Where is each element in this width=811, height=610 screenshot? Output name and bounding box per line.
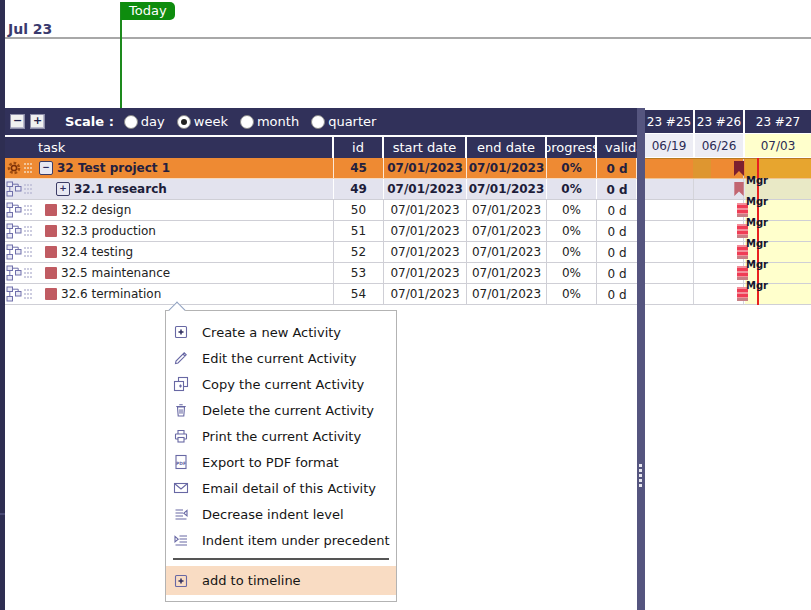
- hierarchy-icon: [6, 202, 22, 218]
- splitter-grip-icon[interactable]: [639, 464, 642, 487]
- week-header: 23 #27: [745, 110, 811, 133]
- table-row[interactable]: 32.6 termination 54 07/01/2023 07/01/202…: [5, 284, 637, 305]
- menu-item-add-to-timeline[interactable]: add to timeline: [166, 566, 396, 595]
- menu-item-copy-activity[interactable]: Copy the current Activity: [166, 371, 396, 397]
- table-row[interactable]: 32.4 testing 52 07/01/2023 07/01/2023 0%…: [5, 242, 637, 263]
- id-cell: 45: [334, 158, 384, 178]
- hierarchy-icon: [6, 265, 22, 281]
- menu-item-create-activity[interactable]: Create a new Activity: [166, 319, 396, 345]
- timeline-panel: 23 #25 23 #26 23 #27 06/19 06/26 07/03: [645, 108, 811, 358]
- activity-color-icon: [45, 246, 57, 258]
- end-date-cell: 07/01/2023: [467, 221, 547, 241]
- radio-icon[interactable]: [240, 115, 254, 129]
- activity-color-icon: [45, 288, 57, 300]
- validated-cell: 0 d: [597, 221, 637, 241]
- hierarchy-icon: [6, 181, 22, 197]
- end-date-cell: 07/01/2023: [467, 200, 547, 220]
- activity-color-icon: [45, 204, 57, 216]
- menu-item-export-pdf[interactable]: PDF Export to PDF format: [166, 449, 396, 475]
- radio-icon[interactable]: [311, 115, 325, 129]
- timeline-row: [645, 200, 811, 221]
- add-icon: [173, 324, 189, 340]
- column-header-end-date: end date: [467, 137, 547, 158]
- table-header: task id start date end date progress val…: [5, 137, 637, 159]
- timeline-row: [645, 263, 811, 284]
- collapse-row-button[interactable]: −: [39, 161, 53, 175]
- left-edge-divider: [0, 513, 5, 515]
- menu-separator: [173, 558, 389, 560]
- table-row[interactable]: − 32 Test project 1 45 07/01/2023 07/01/…: [5, 158, 637, 179]
- menu-item-delete-activity[interactable]: Delete the current Activity: [166, 397, 396, 423]
- menu-item-email-activity[interactable]: Email detail of this Activity: [166, 475, 396, 501]
- start-date-cell: 07/01/2023: [384, 221, 467, 241]
- validated-cell: 0 d: [597, 179, 637, 199]
- drag-handle-icon[interactable]: [23, 266, 33, 280]
- progress-cell: 0%: [547, 179, 597, 199]
- drag-handle-icon[interactable]: [23, 287, 33, 301]
- menu-item-edit-activity[interactable]: Edit the current Activity: [166, 345, 396, 371]
- validated-cell: 0 d: [597, 242, 637, 262]
- scale-option-week[interactable]: week: [177, 114, 228, 129]
- timeline-row: [645, 242, 811, 263]
- table-row[interactable]: 32.2 design 50 07/01/2023 07/01/2023 0% …: [5, 200, 637, 221]
- scale-option-quarter[interactable]: quarter: [311, 114, 376, 129]
- resource-label: Mgr: [746, 196, 768, 207]
- id-cell: 51: [334, 221, 384, 241]
- menu-item-print-activity[interactable]: Print the current Activity: [166, 423, 396, 449]
- trash-icon: [173, 402, 189, 418]
- hierarchy-icon: [6, 286, 22, 302]
- progress-cell: 0%: [547, 221, 597, 241]
- validated-cell: 0 d: [597, 158, 637, 178]
- resource-label: Mgr: [746, 175, 768, 186]
- expand-all-button[interactable]: +: [30, 114, 45, 129]
- id-cell: 49: [334, 179, 384, 199]
- drag-handle-icon[interactable]: [23, 224, 33, 238]
- table-row[interactable]: 32.5 maintenance 53 07/01/2023 07/01/202…: [5, 263, 637, 284]
- milestone-flag-icon[interactable]: [734, 182, 744, 197]
- radio-icon[interactable]: [124, 115, 138, 129]
- column-header-id: id: [334, 137, 384, 158]
- end-date-cell: 07/01/2023: [467, 263, 547, 283]
- collapse-all-button[interactable]: −: [10, 114, 25, 129]
- milestone-flag-icon[interactable]: [734, 161, 744, 177]
- menu-item-indent-under-precedent[interactable]: Indent item under precedent: [166, 527, 396, 553]
- printer-icon: [173, 428, 189, 444]
- timeline-row: [645, 221, 811, 242]
- task-label: 32.1 research: [74, 182, 167, 196]
- column-header-start-date: start date: [384, 137, 467, 158]
- drag-handle-icon[interactable]: [23, 245, 33, 259]
- hierarchy-icon: [6, 223, 22, 239]
- table-row[interactable]: 32.3 production 51 07/01/2023 07/01/2023…: [5, 221, 637, 242]
- expand-row-button[interactable]: +: [56, 182, 70, 196]
- column-header-task: task: [5, 137, 334, 158]
- left-edge-bar: [0, 0, 5, 610]
- task-label: 32.2 design: [61, 203, 131, 217]
- task-label: 32.3 production: [61, 224, 156, 238]
- drag-handle-icon[interactable]: [23, 182, 33, 196]
- table-row[interactable]: + 32.1 research 49 07/01/2023 07/01/2023…: [5, 179, 637, 200]
- id-cell: 52: [334, 242, 384, 262]
- scale-option-month[interactable]: month: [240, 114, 299, 129]
- envelope-icon: [173, 480, 189, 496]
- progress-cell: 0%: [547, 200, 597, 220]
- scale-label: Scale :: [65, 114, 114, 129]
- end-date-cell: 07/01/2023: [467, 284, 547, 304]
- id-cell: 53: [334, 263, 384, 283]
- table-timeline-splitter[interactable]: [637, 108, 645, 610]
- copy-icon: [173, 376, 189, 392]
- menu-item-decrease-indent[interactable]: Decrease indent level: [166, 501, 396, 527]
- radio-selected-icon[interactable]: [177, 115, 191, 129]
- pdf-icon: PDF: [173, 454, 189, 470]
- current-week-date-header: 07/03: [745, 134, 811, 157]
- validated-cell: 0 d: [597, 284, 637, 304]
- timeline-row: [645, 179, 811, 200]
- progress-cell: 0%: [547, 263, 597, 283]
- outdent-icon: [173, 506, 189, 522]
- timeline-axis-line: [5, 37, 811, 39]
- week-header: 23 #26: [695, 110, 743, 133]
- drag-handle-icon[interactable]: [23, 161, 33, 175]
- column-header-validated: valida: [597, 137, 637, 158]
- scale-option-day[interactable]: day: [124, 114, 165, 129]
- start-date-cell: 07/01/2023: [384, 242, 467, 262]
- drag-handle-icon[interactable]: [23, 203, 33, 217]
